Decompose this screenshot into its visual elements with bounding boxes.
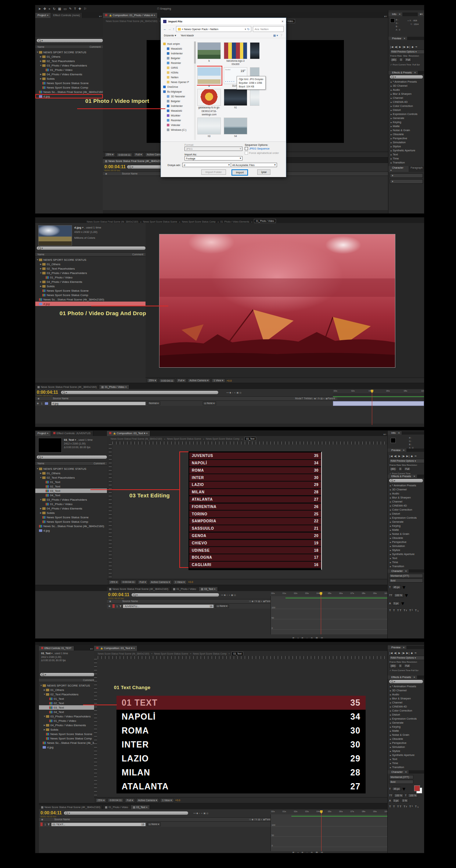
effects-category[interactable]: ▶* Animation Presets (389, 483, 424, 487)
tree-caret-icon[interactable]: ▶ (39, 55, 42, 58)
project-search-input[interactable]: ▾ (37, 39, 103, 42)
tree-caret-icon[interactable]: ▶ (39, 78, 42, 80)
tree-caret-icon[interactable]: ▶ (39, 472, 42, 474)
camera-select[interactable]: Active Camera ▾ (149, 580, 172, 584)
tree-item[interactable]: News Sport Score Status Comp (39, 736, 94, 741)
tab-character[interactable]: Character × (388, 770, 409, 774)
effects-category[interactable]: ▶3D Channel (389, 487, 424, 491)
explorer-sidebar-item[interactable]: Belgeler (162, 56, 194, 61)
effects-category[interactable]: ▶3D Channel (389, 688, 424, 692)
breadcrumb-item[interactable]: 03_Text (244, 437, 256, 441)
timeline-icons[interactable]: ⊶ ◆ ♁ ◐ ▣ ◎ (221, 594, 236, 597)
explorer-sidebar-item[interactable]: 3D Nesneler (162, 94, 194, 99)
effects-category[interactable]: ▶Audio (389, 491, 424, 496)
effects-category[interactable]: ▶Noise & Grain (390, 128, 424, 132)
transport-controls[interactable]: |◀ ◀| ▶ |▶ ▶| ◆ ⇥ (389, 652, 417, 655)
effects-category[interactable]: ▶Distort (389, 713, 424, 717)
effects-search-input[interactable]: ▾ (390, 75, 423, 79)
time-ruler[interactable]: 00s02s04s06s08s10s (333, 390, 424, 394)
view-select[interactable]: 1 View ▾ (160, 798, 173, 803)
effects-category[interactable]: ▶Transition (389, 564, 424, 568)
font-family-select[interactable]: Montserrat (OTT) (389, 775, 413, 779)
explorer-sidebar-item[interactable]: Resimler (162, 118, 194, 123)
timeline-tab[interactable]: 01_Photo / Video × (99, 385, 129, 389)
explorer-sidebar-item[interactable]: Windows (C:) (162, 127, 194, 132)
tree-item[interactable]: ▶04_Photo / Video Elements (35, 506, 107, 511)
tree-caret-icon[interactable]: ▶ (39, 267, 42, 270)
eye-icon[interactable]: ◉ (108, 605, 111, 608)
effects-category[interactable]: ▶Stylize (389, 548, 424, 552)
tree-item[interactable]: ▶02_Text Placeholders (35, 59, 103, 63)
tree-item[interactable]: ▶04_Photo / Video Elements (39, 723, 94, 727)
effects-category[interactable]: ▶Text (389, 757, 424, 761)
tree-item[interactable]: ▼NEWS SPORT SCORE STATUS (35, 50, 103, 54)
effects-category[interactable]: ▶Audio (390, 88, 424, 92)
tree-item[interactable]: News Sport Score Status Scene (35, 515, 107, 519)
layer-name[interactable]: 01 TEXT...15 (51, 823, 146, 826)
effects-category[interactable]: ▶Stylize (390, 144, 424, 148)
effects-category[interactable]: ▶Channel (389, 700, 424, 705)
ram-preview-select[interactable]: RAM Preview Options ▾ (389, 459, 424, 463)
layer-row[interactable]: ◉ 1 d.jpg Normal ▾ ◎ None ▾ (35, 401, 334, 406)
layer-mode-select[interactable]: Normal ▾ (148, 401, 160, 405)
baseline-row[interactable]: A0 px ▾ (389, 600, 423, 607)
tree-item[interactable]: ▶Solids (35, 284, 146, 288)
effects-category[interactable]: ▶CINEMA 4D (389, 705, 424, 709)
tree-caret-icon[interactable]: ▶ (39, 263, 42, 265)
effects-category[interactable]: ▶Perspective (389, 741, 424, 745)
panel-menu-icon[interactable]: ▾≡ (383, 15, 388, 18)
zoom-select[interactable]: 25% ▾ (108, 580, 119, 584)
file-item[interactable] (250, 42, 259, 66)
tree-caret-icon[interactable]: ▶ (43, 689, 46, 691)
timeline-search-input[interactable]: ▾ (61, 391, 218, 394)
tree-item[interactable]: News Sc...Status Final Scene (4k_3840x21… (35, 297, 146, 302)
layer-duration-bar[interactable] (333, 401, 424, 406)
tree-item[interactable]: News Sport Score Status Scene (35, 81, 103, 85)
tree-item[interactable]: News Sport Score Status Scene (35, 288, 146, 293)
tab-info[interactable]: Info × (388, 431, 402, 435)
tree-caret-icon[interactable]: ▼ (39, 498, 42, 501)
timeline-timecode[interactable]: 0:00:04:1100251 (60.00 fps) (40, 810, 62, 818)
effects-category[interactable]: ▶Blur & Sharpen (390, 92, 424, 96)
file-item[interactable] (250, 89, 259, 116)
tree-item[interactable]: ▶04_Photo / Video Elements (35, 280, 146, 284)
timeline-scrollbar[interactable] (103, 210, 388, 213)
from-current-time-checkbox[interactable]: ✓ From Current Time Full Scr (390, 63, 420, 66)
comp-timecode[interactable]: 0:00:04:11 (116, 153, 132, 157)
tree-caret-icon[interactable]: ▼ (39, 272, 42, 274)
graph-editor-toolbar[interactable]: ◧ ▪ ≣ ∩ ⊕ ▦ ▧ (292, 637, 324, 638)
zoom-select[interactable]: 25% ▾ (96, 798, 106, 803)
tree-item[interactable]: 01_Photo / Video (39, 718, 94, 723)
tree-caret-icon[interactable]: ▶ (43, 728, 46, 731)
effects-category[interactable]: ▶3D Channel (390, 84, 424, 88)
view-select[interactable]: 1 View ▾ (212, 378, 225, 383)
effects-category[interactable]: ▶Blur & Sharpen (389, 496, 424, 500)
tab-composition[interactable]: 🔒Composition: 01_Photo / Video ▾ × (103, 13, 158, 18)
effects-category[interactable]: ▶Audio (389, 692, 424, 696)
effects-category[interactable]: ▶Color Correction (389, 709, 424, 713)
transport-controls[interactable]: |◀ ◀| ▶ |▶ ▶| ◆ ⇥ (390, 46, 417, 48)
timeline-icons[interactable]: ⊶ ◆ ♁ ◐ ▣ ◎ (193, 812, 208, 815)
font-family-select[interactable]: ▾ (390, 173, 423, 178)
tools-icons[interactable]: ➤ ✥ ⌖ ↻ ▦ ▭ ✎ T ✚ ⚐ (38, 7, 87, 11)
tree-item[interactable]: News Sport Score Status Comp (35, 519, 107, 524)
column-source-name[interactable]: Source Name (54, 818, 70, 821)
column-name[interactable]: Name (37, 462, 44, 465)
comp-timecode[interactable]: 0:00:04:11 (121, 580, 136, 584)
tab-effect-controls[interactable]: Effect Controls: JUVENTUS (51, 431, 93, 436)
filename-input[interactable]: d▾ (182, 163, 231, 167)
effects-category[interactable]: ▶Noise & Grain (389, 532, 424, 536)
composition-viewport-stadium[interactable] (159, 234, 395, 368)
tree-item[interactable]: 01_Photo / Video (35, 275, 146, 280)
tree-caret-icon[interactable]: ▼ (39, 476, 42, 479)
timeline-search-input[interactable]: ▾ (64, 811, 188, 815)
tree-caret-icon[interactable]: ▼ (40, 684, 43, 687)
effects-category[interactable]: ▶Time (389, 761, 424, 765)
sidebar-scrollbar[interactable] (194, 42, 196, 140)
tree-item[interactable]: ▶02_Text Placeholders (35, 266, 146, 271)
effects-category[interactable]: ▶Transition (389, 765, 424, 769)
import-as-select[interactable]: Footage▾ (184, 156, 243, 161)
panel-menu-icon[interactable]: ▾≡ (382, 433, 387, 436)
tree-item[interactable]: ▼NEWS SPORT SCORE STATUS (35, 257, 146, 262)
timeline-tab[interactable]: 03_Text × (131, 805, 150, 809)
